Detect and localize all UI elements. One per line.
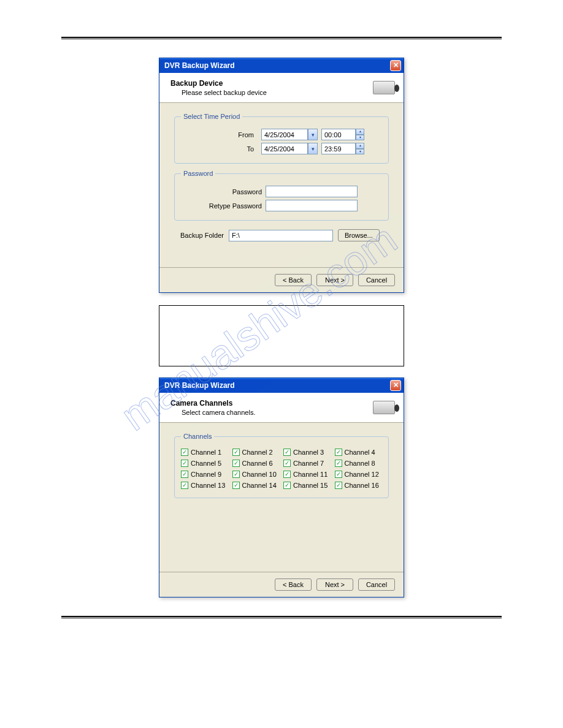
- titlebar-1[interactable]: DVR Backup Wizard ✕: [159, 58, 404, 73]
- window-title-2: DVR Backup Wizard: [164, 381, 235, 390]
- backup-folder-label: Backup Folder: [180, 232, 224, 239]
- checkbox-checked-icon[interactable]: ✓: [232, 482, 240, 489]
- channel-item[interactable]: ✓Channel 9: [181, 471, 229, 478]
- header-subtitle-1: Please select backup device: [182, 89, 267, 96]
- chevron-down-icon[interactable]: ▾: [308, 129, 318, 140]
- channel-label: Channel 4: [345, 449, 375, 456]
- checkbox-checked-icon[interactable]: ✓: [283, 460, 291, 467]
- top-rule: [61, 37, 502, 39]
- channel-item[interactable]: ✓Channel 14: [232, 482, 280, 489]
- chevron-down-icon[interactable]: ▾: [308, 143, 318, 154]
- time-period-group: Select Time Period From ▾ ▴▾ To: [174, 113, 389, 164]
- channel-item[interactable]: ✓Channel 3: [283, 449, 331, 456]
- channel-item[interactable]: ✓Channel 10: [232, 471, 280, 478]
- checkbox-checked-icon[interactable]: ✓: [181, 460, 188, 467]
- checkbox-checked-icon[interactable]: ✓: [283, 482, 291, 489]
- next-button-2[interactable]: Next >: [316, 578, 353, 591]
- backup-folder-row: Backup Folder Browse...: [180, 229, 389, 241]
- channel-label: Channel 16: [345, 482, 379, 489]
- checkbox-checked-icon[interactable]: ✓: [335, 482, 342, 489]
- header-panel-1: Backup Device Please select backup devic…: [159, 73, 404, 103]
- channel-label: Channel 8: [345, 460, 375, 467]
- password-legend: Password: [181, 170, 215, 177]
- checkbox-checked-icon[interactable]: ✓: [283, 449, 291, 456]
- channel-item[interactable]: ✓Channel 15: [283, 482, 331, 489]
- channels-legend: Channels: [181, 433, 214, 440]
- window-1: DVR Backup Wizard ✕ Backup Device Please…: [159, 58, 404, 293]
- button-bar-2: < Back Next > Cancel: [159, 572, 404, 597]
- channel-item[interactable]: ✓Channel 6: [232, 460, 280, 467]
- cancel-button-1[interactable]: Cancel: [358, 274, 395, 286]
- channel-label: Channel 5: [191, 460, 221, 467]
- channels-group: Channels ✓Channel 1✓Channel 2✓Channel 3✓…: [174, 433, 389, 498]
- checkbox-checked-icon[interactable]: ✓: [335, 471, 342, 478]
- checkbox-checked-icon[interactable]: ✓: [283, 471, 291, 478]
- channel-item[interactable]: ✓Channel 1: [181, 449, 229, 456]
- channel-item[interactable]: ✓Channel 8: [335, 460, 383, 467]
- checkbox-checked-icon[interactable]: ✓: [232, 471, 240, 478]
- to-date-input[interactable]: [261, 143, 308, 154]
- checkbox-checked-icon[interactable]: ✓: [335, 449, 342, 456]
- header-panel-2: Camera Channels Select camera channels.: [159, 393, 404, 423]
- password-input[interactable]: [266, 186, 358, 197]
- channel-label: Channel 11: [293, 471, 327, 478]
- from-label: From: [199, 131, 254, 138]
- window-2: DVR Backup Wizard ✕ Camera Channels Sele…: [159, 377, 404, 597]
- checkbox-checked-icon[interactable]: ✓: [335, 460, 342, 467]
- channel-label: Channel 13: [191, 482, 225, 489]
- back-button-1[interactable]: < Back: [275, 274, 312, 286]
- channel-label: Channel 3: [293, 449, 324, 456]
- channel-item[interactable]: ✓Channel 13: [181, 482, 229, 489]
- channel-label: Channel 1: [191, 449, 221, 456]
- button-bar-1: < Back Next > Cancel: [159, 267, 404, 292]
- channel-item[interactable]: ✓Channel 7: [283, 460, 331, 467]
- middle-spacer-box: [159, 305, 404, 366]
- from-time-input[interactable]: [321, 129, 356, 140]
- header-subtitle-2: Select camera channels.: [182, 409, 255, 416]
- dialog-camera-channels: DVR Backup Wizard ✕ Camera Channels Sele…: [159, 377, 404, 597]
- channel-label: Channel 9: [191, 471, 221, 478]
- channel-item[interactable]: ✓Channel 12: [335, 471, 383, 478]
- checkbox-checked-icon[interactable]: ✓: [181, 482, 188, 489]
- password-group: Password Password Retype Password: [174, 170, 389, 221]
- checkbox-checked-icon[interactable]: ✓: [232, 449, 240, 456]
- dialog-body-2: Channels ✓Channel 1✓Channel 2✓Channel 3✓…: [159, 423, 404, 572]
- from-date-input[interactable]: [261, 129, 308, 140]
- channel-label: Channel 15: [293, 482, 327, 489]
- from-time-spinner[interactable]: ▴▾: [356, 129, 364, 140]
- channel-label: Channel 2: [242, 449, 273, 456]
- camera-icon: [373, 401, 395, 414]
- channels-grid: ✓Channel 1✓Channel 2✓Channel 3✓Channel 4…: [181, 446, 382, 491]
- dialog-body-1: Select Time Period From ▾ ▴▾ To: [159, 103, 404, 267]
- back-button-2[interactable]: < Back: [275, 578, 312, 591]
- channel-item[interactable]: ✓Channel 2: [232, 449, 280, 456]
- channel-item[interactable]: ✓Channel 16: [335, 482, 383, 489]
- checkbox-checked-icon[interactable]: ✓: [181, 471, 188, 478]
- cancel-button-2[interactable]: Cancel: [358, 578, 395, 591]
- checkbox-checked-icon[interactable]: ✓: [181, 449, 188, 456]
- channel-label: Channel 6: [242, 460, 273, 467]
- header-title-1: Backup Device: [170, 79, 267, 88]
- channel-label: Channel 12: [345, 471, 379, 478]
- channel-label: Channel 7: [293, 460, 324, 467]
- password-label: Password: [201, 188, 262, 195]
- browse-button[interactable]: Browse...: [338, 229, 380, 241]
- channel-item[interactable]: ✓Channel 5: [181, 460, 229, 467]
- channel-item[interactable]: ✓Channel 11: [283, 471, 331, 478]
- titlebar-2[interactable]: DVR Backup Wizard ✕: [159, 378, 404, 393]
- to-time-input[interactable]: [321, 143, 356, 154]
- camera-icon: [373, 81, 395, 94]
- next-button-1[interactable]: Next >: [316, 274, 353, 286]
- backup-folder-input[interactable]: [229, 230, 333, 241]
- retype-password-input[interactable]: [266, 200, 358, 211]
- checkbox-checked-icon[interactable]: ✓: [232, 460, 240, 467]
- document-page: manualshive.com DVR Backup Wizard ✕ Back…: [0, 0, 563, 643]
- dialog-backup-device: DVR Backup Wizard ✕ Backup Device Please…: [159, 58, 404, 293]
- to-time-spinner[interactable]: ▴▾: [356, 143, 364, 154]
- header-title-2: Camera Channels: [170, 399, 255, 408]
- close-icon[interactable]: ✕: [390, 60, 401, 71]
- window-title-1: DVR Backup Wizard: [164, 61, 235, 70]
- channel-item[interactable]: ✓Channel 4: [335, 449, 383, 456]
- channel-label: Channel 10: [242, 471, 277, 478]
- close-icon[interactable]: ✕: [390, 380, 401, 391]
